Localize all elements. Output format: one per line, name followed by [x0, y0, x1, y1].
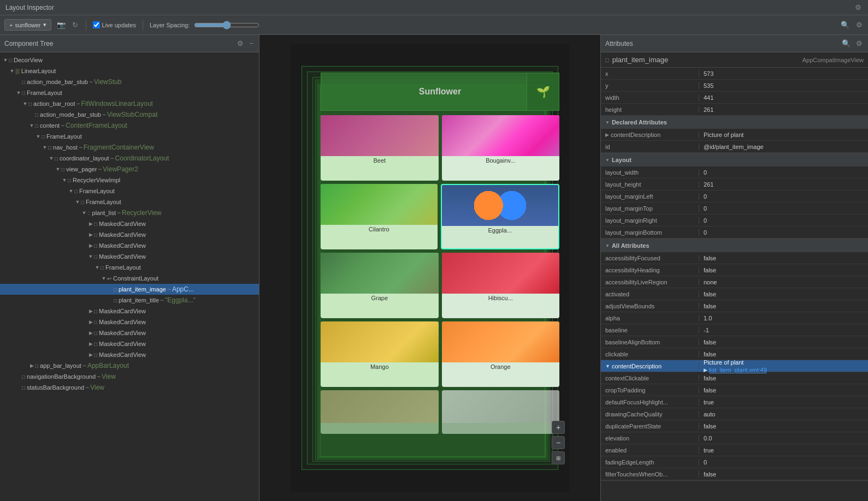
- tree-item[interactable]: ▼ □ view_pager − ViewPager2: [0, 164, 259, 175]
- tree-item[interactable]: □ navigationBarBackground − View: [0, 371, 259, 382]
- tree-item[interactable]: ▼ □ FrameLayout: [0, 262, 259, 273]
- refresh-button[interactable]: ↻: [71, 20, 79, 30]
- layer-spacing-slider-container: [194, 21, 259, 29]
- tree-item[interactable]: ▶ □ MaskedCardView: [0, 240, 259, 251]
- tree-item[interactable]: ▼ ||| LinearLayout: [0, 65, 259, 76]
- attr-row-x: x 573: [601, 68, 868, 80]
- tree-item-selected[interactable]: □ plant_item_image − AppC...: [0, 284, 259, 295]
- attr-value: false: [699, 303, 868, 309]
- preview-area: Sunflower 🌱 Beet: [291, 44, 569, 492]
- tree-item[interactable]: ▼ □ action_bar_root − FitWindowsLinearLa…: [0, 98, 259, 109]
- live-updates-input[interactable]: [93, 21, 100, 28]
- tree-item[interactable]: ▼ □ RecyclerViewImpl: [0, 175, 259, 186]
- tree-item[interactable]: □ action_mode_bar_stub − ViewStubCompat: [0, 109, 259, 120]
- title-bar-right: ⚙: [854, 2, 863, 13]
- attr-value: 0.0: [699, 435, 868, 442]
- tree-item[interactable]: ▼ □ content − ContentFrameLayout: [0, 120, 259, 131]
- node-icon: □: [94, 232, 97, 238]
- tree-item[interactable]: ▼ □ FrameLayout: [0, 87, 259, 98]
- attr-search-button[interactable]: 🔍: [841, 38, 852, 49]
- attr-row: layout_marginRight 0: [601, 214, 868, 226]
- all-attrs-title[interactable]: All Attributes: [601, 239, 868, 252]
- search-button[interactable]: 🔍: [840, 20, 851, 30]
- expand-icon: ▼: [35, 134, 42, 139]
- tree-item[interactable]: □ plant_item_title − "Eggpla...": [0, 295, 259, 306]
- tree-item[interactable]: ▼ □ MaskedCardView: [0, 251, 259, 262]
- tree-item[interactable]: ▼ ↩ ConstraintLayout: [0, 273, 259, 284]
- dropdown-icon: ▾: [43, 21, 46, 28]
- zoom-out-button[interactable]: −: [552, 436, 565, 449]
- attr-row: layout_marginLeft 0: [601, 190, 868, 202]
- component-tree-icons: ⚙ −: [236, 38, 255, 49]
- tree-item[interactable]: ▶ □ MaskedCardView: [0, 327, 259, 338]
- source-link[interactable]: list_item_plant.xml:49: [709, 367, 767, 373]
- attr-value: false: [699, 351, 868, 357]
- expand-icon: ▶: [87, 221, 94, 226]
- node-icon: □: [22, 90, 25, 96]
- attr-value: Picture of plant: [699, 132, 868, 138]
- section-title: All Attributes: [612, 242, 649, 249]
- attr-name: baselineAlignBottom: [601, 339, 699, 345]
- zoom-mode-button[interactable]: ⊞: [552, 451, 565, 464]
- tree-item[interactable]: ▼ □ FrameLayout: [0, 196, 259, 207]
- node-class: View: [90, 384, 104, 391]
- node-icon: □: [94, 319, 97, 325]
- node-sep: −: [98, 165, 102, 173]
- attr-value: 0: [699, 217, 868, 224]
- tree-item[interactable]: ▼ :: plant_list − RecyclerView: [0, 207, 259, 218]
- tree-item[interactable]: □ action_mode_bar_stub − ViewStub: [0, 76, 259, 87]
- node-sep: −: [79, 144, 82, 151]
- declared-attrs-title[interactable]: Declared Attributes: [601, 116, 868, 129]
- attr-name: alpha: [601, 315, 699, 321]
- tree-item[interactable]: ▶ □ app_bar_layout − AppBarLayout: [0, 360, 259, 371]
- collapse-icon: [605, 243, 610, 248]
- tree-item[interactable]: ▼ □ DecorView: [0, 55, 259, 65]
- tree-item[interactable]: ▼ □ coordinator_layout − CoordinatorLayo…: [0, 153, 259, 164]
- node-text: FrameLayout: [79, 188, 115, 194]
- attr-name: filterTouchesWhenOb...: [601, 471, 699, 478]
- live-updates-checkbox[interactable]: Live updates: [93, 21, 136, 28]
- attr-row: contextClickable false: [601, 372, 868, 384]
- main-toolbar: + sunflower ▾ 📷 ↻ Live updates Layer Spa…: [0, 15, 868, 35]
- tree-item[interactable]: ▼ □ FrameLayout: [0, 186, 259, 196]
- main-layout: Component Tree ⚙ − ▼ □ DecorView ▼ ||| L…: [0, 35, 868, 501]
- section-title: Declared Attributes: [612, 119, 667, 126]
- attr-name: x: [601, 70, 699, 77]
- tree-settings-button[interactable]: ⚙: [236, 38, 245, 49]
- attr-name: layout_width: [601, 169, 699, 176]
- tree-collapse-button[interactable]: −: [248, 38, 255, 49]
- tree-item[interactable]: ▶ □ MaskedCardView: [0, 218, 259, 229]
- attr-name: accessibilityHeading: [601, 267, 699, 273]
- layout-attrs-title[interactable]: Layout: [601, 153, 868, 166]
- tree-item[interactable]: ▶ □ MaskedCardView: [0, 349, 259, 360]
- node-icon: □: [9, 57, 12, 63]
- settings-button[interactable]: ⚙: [855, 20, 864, 30]
- attr-value: auto: [699, 411, 868, 417]
- tree-item[interactable]: ▼ □ nav_host − FragmentContainerView: [0, 142, 259, 153]
- attr-name: layout_height: [601, 181, 699, 188]
- tree-item[interactable]: ▶ □ MaskedCardView: [0, 338, 259, 349]
- node-icon: □: [28, 101, 32, 107]
- node-class: CoordinatorLayout: [115, 154, 169, 162]
- component-tree-view[interactable]: ▼ □ DecorView ▼ ||| LinearLayout □ actio…: [0, 52, 259, 501]
- tree-item[interactable]: ▼ □ FrameLayout: [0, 131, 259, 142]
- title-settings-button[interactable]: ⚙: [854, 2, 863, 13]
- attr-row-content-desc-highlighted[interactable]: ▼contentDescription Picture of plant ▶ l…: [601, 360, 868, 372]
- attr-name: enabled: [601, 447, 699, 454]
- tree-item[interactable]: □ statusBarBackground − View: [0, 382, 259, 393]
- node-icon: |||: [15, 68, 20, 74]
- attrs-scroll[interactable]: Declared Attributes ▶contentDescription …: [601, 116, 868, 501]
- add-device-button[interactable]: + sunflower ▾: [4, 19, 51, 31]
- attr-settings-button[interactable]: ⚙: [855, 38, 864, 49]
- node-sep: −: [61, 122, 64, 129]
- node-text: MaskedCardView: [99, 351, 146, 358]
- tree-item[interactable]: ▶ □ MaskedCardView: [0, 229, 259, 240]
- tree-item[interactable]: ▶ □ MaskedCardView: [0, 306, 259, 317]
- layer-spacing-slider[interactable]: [194, 21, 259, 29]
- zoom-in-button[interactable]: +: [552, 421, 565, 434]
- camera-button[interactable]: 📷: [56, 20, 67, 30]
- expand-icon: ▼: [15, 90, 22, 96]
- node-text: MaskedCardView: [99, 341, 146, 347]
- tree-item[interactable]: ▶ □ MaskedCardView: [0, 317, 259, 327]
- attr-name: width: [601, 94, 699, 101]
